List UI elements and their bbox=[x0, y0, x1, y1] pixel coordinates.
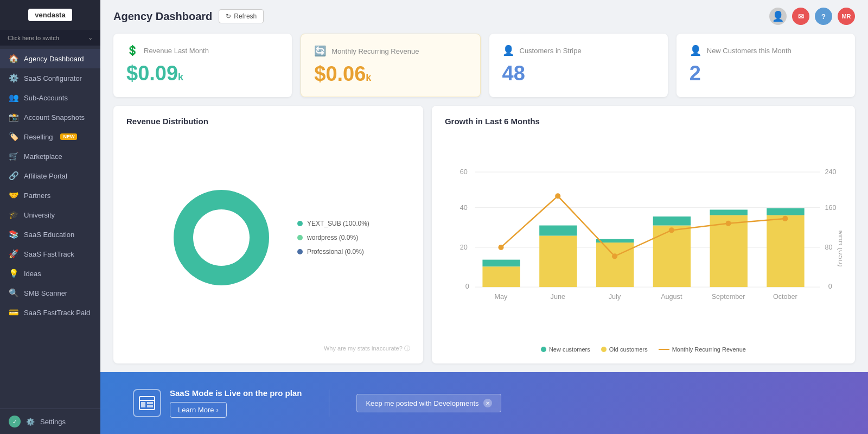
nav-badge-reselling: NEW bbox=[60, 133, 77, 140]
mrr-dot-sep bbox=[725, 221, 731, 226]
bar-oct-old bbox=[767, 215, 804, 288]
topbar-right: 👤 ✉ ? MR bbox=[769, 8, 855, 25]
sidebar-logo: vendasta bbox=[28, 9, 72, 21]
svg-text:160: 160 bbox=[825, 204, 836, 212]
page-title: Agency Dashboard bbox=[113, 10, 212, 23]
user-avatar[interactable]: 👤 bbox=[769, 8, 787, 25]
stat-card-mrr: 🔄 Monthly Recurring Revenue $0.06k bbox=[301, 34, 480, 97]
banner-dashboard-icon bbox=[138, 394, 156, 412]
growth-chart-panel: Growth in Last 6 Months 60 40 20 0 240 1… bbox=[432, 106, 855, 363]
sidebar-item-affiliate-portal[interactable]: 🔗Affiliate Portal bbox=[0, 166, 100, 186]
topbar: Agency Dashboard ↻ Refresh 👤 ✉ ? MR bbox=[100, 0, 868, 25]
stat-header-mrr: 🔄 Monthly Recurring Revenue bbox=[314, 45, 467, 57]
message-avatar[interactable]: ✉ bbox=[792, 8, 809, 25]
chart-area: 60 40 20 0 240 160 80 0 MRR (USD) bbox=[445, 132, 842, 342]
stat-label-revenue: Revenue Last Month bbox=[144, 47, 209, 55]
nav-icon-affiliate-portal: 🔗 bbox=[9, 171, 18, 181]
topbar-left: Agency Dashboard ↻ Refresh bbox=[113, 9, 264, 23]
nav-icon-partners: 🤝 bbox=[9, 190, 18, 200]
bar-june-new bbox=[539, 226, 577, 236]
sidebar-item-saas-fasttrack-paid[interactable]: 💳SaaS FastTrack Paid bbox=[0, 303, 100, 322]
sidebar-item-saas-fasttrack[interactable]: 🚀SaaS FastTrack bbox=[0, 244, 100, 264]
stat-value-mrr: $0.06k bbox=[314, 62, 467, 86]
revenue-distribution-panel: Revenue Distribution YEXT_SUB (100.0%) w… bbox=[113, 106, 423, 363]
nav-icon-marketplace: 🛒 bbox=[9, 151, 18, 161]
svg-text:20: 20 bbox=[460, 244, 468, 251]
revenue-dist-title: Revenue Distribution bbox=[126, 117, 410, 126]
refresh-button[interactable]: ↻ Refresh bbox=[219, 9, 264, 23]
legend-dot-wordpress bbox=[297, 235, 303, 240]
svg-text:240: 240 bbox=[825, 168, 836, 176]
sidebar-switcher[interactable]: Click here to switch ⌄ bbox=[0, 30, 100, 46]
sidebar-item-reselling[interactable]: 🏷️ResellingNEW bbox=[0, 127, 100, 146]
nav-label-university: University bbox=[24, 211, 55, 219]
svg-text:0: 0 bbox=[465, 283, 469, 290]
legend-line-mrr bbox=[659, 349, 669, 350]
nav-icon-sub-accounts: 👥 bbox=[9, 93, 18, 103]
sidebar-item-ideas[interactable]: 💡Ideas bbox=[0, 264, 100, 283]
banner-left: SaaS Mode is Live on the pro plan Learn … bbox=[133, 388, 302, 418]
mrr-dot-aug bbox=[669, 227, 674, 233]
stat-label-stripe: Customers in Stripe bbox=[520, 47, 582, 55]
legend-label-professional: Professional (0.0%) bbox=[307, 248, 364, 256]
nav-icon-saas-education: 📚 bbox=[9, 229, 18, 239]
refresh-icon: ↻ bbox=[226, 12, 231, 20]
sidebar-item-sub-accounts[interactable]: 👥Sub-Accounts bbox=[0, 88, 100, 107]
banner-divider bbox=[329, 390, 329, 417]
sidebar-item-agency-dashboard[interactable]: 🏠Agency Dashboard bbox=[0, 49, 100, 68]
close-icon[interactable]: ✕ bbox=[483, 399, 492, 407]
legend-item-professional: Professional (0.0%) bbox=[297, 248, 369, 256]
keep-posted-button[interactable]: Keep me posted with Developments ✕ bbox=[356, 394, 501, 412]
learn-more-button[interactable]: Learn More › bbox=[170, 402, 227, 418]
help-avatar[interactable]: ? bbox=[815, 8, 832, 25]
mrr-icon: 🔄 bbox=[314, 45, 326, 57]
sidebar-item-saas-education[interactable]: 📚SaaS Education bbox=[0, 225, 100, 244]
nav-label-saas-education: SaaS Education bbox=[24, 231, 74, 239]
banner: SaaS Mode is Live on the pro plan Learn … bbox=[100, 372, 868, 434]
nav-label-saas-configurator: SaaS Configurator bbox=[24, 74, 82, 82]
nav-icon-saas-fasttrack-paid: 💳 bbox=[9, 308, 18, 317]
inaccurate-note[interactable]: Why are my stats inaccurate? ⓘ bbox=[126, 344, 410, 353]
stat-header-revenue: 💲 Revenue Last Month bbox=[126, 44, 279, 56]
growth-chart-title: Growth in Last 6 Months bbox=[445, 117, 842, 126]
svg-rect-26 bbox=[147, 405, 153, 407]
mr-avatar[interactable]: MR bbox=[838, 8, 855, 25]
stat-value-stripe: 48 bbox=[502, 62, 655, 85]
banner-right: Keep me posted with Developments ✕ bbox=[356, 394, 501, 412]
learn-more-label: Learn More bbox=[178, 406, 214, 414]
nav-icon-reselling: 🏷️ bbox=[9, 132, 18, 142]
nav-label-affiliate-portal: Affiliate Portal bbox=[24, 172, 67, 180]
bar-july-old bbox=[596, 242, 634, 287]
new-customers-icon: 👤 bbox=[690, 44, 701, 56]
sidebar-item-partners[interactable]: 🤝Partners bbox=[0, 186, 100, 205]
svg-text:September: September bbox=[712, 293, 745, 301]
svg-text:October: October bbox=[773, 293, 797, 301]
sidebar-item-saas-configurator[interactable]: ⚙️SaaS Configurator bbox=[0, 68, 100, 88]
nav-label-ideas: Ideas bbox=[24, 270, 41, 278]
sidebar-footer[interactable]: ✓ ⚙️ Settings bbox=[0, 409, 100, 434]
settings-icon: ⚙️ bbox=[26, 418, 35, 426]
stat-card-stripe: 👤 Customers in Stripe 48 bbox=[489, 34, 668, 97]
donut-chart bbox=[167, 183, 276, 292]
sidebar-item-marketplace[interactable]: 🛒Marketplace bbox=[0, 146, 100, 166]
legend-item-yext: YEXT_SUB (100.0%) bbox=[297, 220, 369, 227]
banner-text: SaaS Mode is Live on the pro plan Learn … bbox=[170, 388, 302, 418]
sidebar-item-university[interactable]: 🎓University bbox=[0, 205, 100, 225]
legend-mrr: Monthly Recurring Revenue bbox=[659, 346, 746, 353]
sidebar-item-account-snapshots[interactable]: 📸Account Snapshots bbox=[0, 107, 100, 127]
nav-label-agency-dashboard: Agency Dashboard bbox=[24, 55, 84, 63]
legend-dot-old bbox=[601, 347, 607, 352]
svg-text:80: 80 bbox=[825, 244, 832, 251]
mrr-dot-june bbox=[555, 193, 560, 199]
nav-label-saas-fasttrack: SaaS FastTrack bbox=[24, 250, 74, 258]
sidebar-item-smb-scanner[interactable]: 🔍SMB Scanner bbox=[0, 283, 100, 303]
stat-subscript-revenue: k bbox=[178, 72, 183, 82]
bar-june-old bbox=[539, 235, 577, 287]
bar-aug-new bbox=[653, 216, 691, 225]
stat-header-new-customers: 👤 New Customers this Month bbox=[690, 44, 842, 56]
bar-may-new bbox=[482, 260, 520, 267]
svg-point-2 bbox=[199, 215, 244, 260]
mrr-dot-may bbox=[498, 245, 503, 250]
main-content: Agency Dashboard ↻ Refresh 👤 ✉ ? MR 💲 Re… bbox=[100, 0, 868, 434]
nav-label-reselling: Reselling bbox=[24, 133, 53, 141]
